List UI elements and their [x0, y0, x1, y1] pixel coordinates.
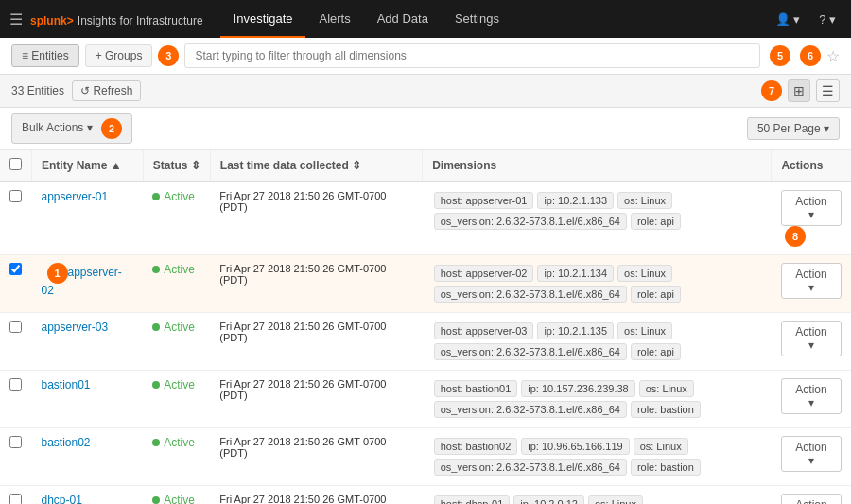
dimension-tag: role: api [631, 286, 681, 303]
dimension-tag: os: Linux [617, 192, 672, 209]
status-dot [152, 323, 160, 331]
status-active: Active [152, 263, 200, 276]
hamburger-icon[interactable]: ☰ [9, 10, 23, 28]
refresh-button[interactable]: ↺ Refresh [72, 80, 141, 101]
nav-add-data[interactable]: Add Data [364, 0, 442, 38]
row-dimensions: host: bastion01ip: 10.157.236.239.38os: … [423, 371, 772, 428]
row-checkbox[interactable] [9, 494, 22, 504]
entity-name-link[interactable]: bastion02 [42, 436, 91, 449]
view-toggles: 7 ⊞ ☰ [757, 79, 840, 102]
status-active: Active [152, 378, 200, 391]
status-dot [152, 496, 160, 504]
nav-alerts[interactable]: Alerts [305, 0, 363, 38]
row-checkbox[interactable] [9, 321, 22, 333]
nav-settings[interactable]: Settings [442, 0, 512, 38]
row-checkbox-cell [0, 313, 32, 371]
row-entity-name: dhcp-01 [32, 486, 144, 505]
status-active: Active [152, 436, 200, 449]
table-row: bastion02 ActiveFri Apr 27 2018 21:50:26… [0, 428, 851, 486]
row-actions: Action ▾ [772, 255, 851, 313]
entity-name-link[interactable]: appserver-01 [42, 190, 109, 203]
row-entity-name: appserver-03 [32, 313, 144, 371]
status-active: Active [152, 190, 200, 203]
status-dot [152, 439, 160, 446]
entity-name-link[interactable]: bastion01 [42, 378, 91, 391]
dimension-tag: host: dhcp-01 [434, 495, 511, 504]
row-status: Active [143, 486, 210, 505]
header-entity-name[interactable]: Entity Name ▲ [32, 150, 144, 182]
row-checkbox[interactable] [9, 190, 22, 202]
entities-tab[interactable]: ≡ Entities [11, 44, 79, 67]
entity-name-link[interactable]: appserver-03 [42, 321, 109, 334]
main-toolbar: ≡ Entities + Groups 3 5 6 ☆ [0, 38, 851, 75]
action-button[interactable]: Action ▾ [781, 190, 842, 226]
action-button[interactable]: Action ▾ [781, 263, 842, 299]
header-last-collected[interactable]: Last time data collected ⇕ [210, 150, 422, 182]
grid-view-button[interactable]: ⊞ [788, 79, 810, 102]
row-actions: Action ▾8 [772, 182, 851, 255]
groups-tab[interactable]: + Groups [85, 44, 153, 67]
row-dimensions: host: appserver-02ip: 10.2.1.134os: Linu… [423, 255, 772, 313]
row-entity-name: bastion02 [32, 428, 144, 486]
row-checkbox[interactable] [9, 436, 22, 448]
row-status: Active [143, 313, 210, 371]
header-status[interactable]: Status ⇕ [143, 150, 210, 182]
dimension-tag: role: api [631, 213, 681, 230]
list-view-button[interactable]: ☰ [816, 79, 840, 102]
sort-name[interactable]: Entity Name ▲ [42, 159, 122, 172]
table-body: appserver-01 ActiveFri Apr 27 2018 21:50… [0, 182, 851, 504]
brand-logo: splunk> Insights for Infrastructure [30, 11, 203, 27]
sort-last-collected[interactable]: Last time data collected ⇕ [220, 159, 361, 172]
topnav: ☰ splunk> Insights for Infrastructure In… [0, 0, 851, 38]
dimension-tag: host: bastion02 [434, 438, 518, 455]
nav-investigate[interactable]: Investigate [220, 0, 306, 38]
row-status: Active [143, 428, 210, 486]
filter-input[interactable] [184, 43, 760, 68]
row-actions: Action ▾ [772, 371, 851, 428]
callout-7: 7 [761, 80, 782, 101]
favorite-button[interactable]: ☆ [826, 47, 840, 65]
header-last-collected-label: Last time data collected ⇕ [220, 159, 361, 172]
status-dot [152, 266, 160, 273]
per-page-button[interactable]: 50 Per Page ▾ [747, 117, 840, 140]
dimension-tag: os: Linux [639, 380, 694, 397]
user-menu-button[interactable]: 👤 ▾ [770, 12, 807, 26]
row-checkbox[interactable] [9, 263, 22, 275]
table-row: appserver-03 ActiveFri Apr 27 2018 21:50… [0, 313, 851, 371]
dimension-tag: ip: 10.2.0.12 [513, 495, 584, 504]
callout-3: 3 [158, 45, 179, 66]
toolbar-right: 6 ☆ [796, 45, 840, 66]
row-checkbox-cell [0, 486, 32, 505]
row-checkbox[interactable] [9, 378, 22, 391]
status-active: Active [152, 321, 200, 334]
row-checkbox-cell [0, 428, 32, 486]
row-entity-name: bastion01 [32, 371, 144, 428]
action-button[interactable]: Action ▾ [781, 321, 842, 356]
row-last-collected: Fri Apr 27 2018 21:50:26 GMT-0700 (PDT) [210, 371, 422, 428]
header-checkbox-col [0, 150, 32, 182]
entity-count: 33 Entities [11, 84, 64, 97]
callout-1: 1 [47, 263, 68, 284]
entity-name-link[interactable]: dhcp-01 [42, 494, 82, 504]
status-active: Active [152, 494, 200, 504]
action-button[interactable]: Action ▾ [781, 378, 842, 414]
action-button[interactable]: Action ▾ [781, 436, 842, 472]
dimension-tag: ip: 10.96.65.166.119 [521, 438, 629, 455]
dimension-tag: os_version: 2.6.32-573.8.1.el/6.x86_64 [434, 343, 627, 360]
row-checkbox-cell [0, 182, 32, 255]
row-last-collected: Fri Apr 27 2018 21:50:26 GMT-0700 (PDT) [210, 313, 422, 371]
bulk-actions-button[interactable]: Bulk Actions ▾ 2 [11, 113, 132, 144]
row-dimensions: host: appserver-03ip: 10.2.1.135os: Linu… [423, 313, 772, 371]
header-actions: Actions [772, 150, 851, 182]
dimension-tag: ip: 10.2.1.134 [537, 265, 614, 282]
header-name-label: Entity Name ▲ [42, 159, 122, 172]
table-row: appserver-01 ActiveFri Apr 27 2018 21:50… [0, 182, 851, 255]
row-dimensions: host: appserver-01ip: 10.2.1.133os: Linu… [423, 182, 772, 255]
help-button[interactable]: ? ▾ [813, 12, 842, 26]
select-all-checkbox[interactable] [9, 158, 22, 170]
row-entity-name: appserver-01 [32, 182, 144, 255]
action-button[interactable]: Action ▾ [781, 494, 842, 504]
callout-5: 5 [770, 45, 790, 66]
dimension-tag: os: Linux [617, 265, 672, 282]
sort-status[interactable]: Status ⇕ [153, 159, 200, 172]
